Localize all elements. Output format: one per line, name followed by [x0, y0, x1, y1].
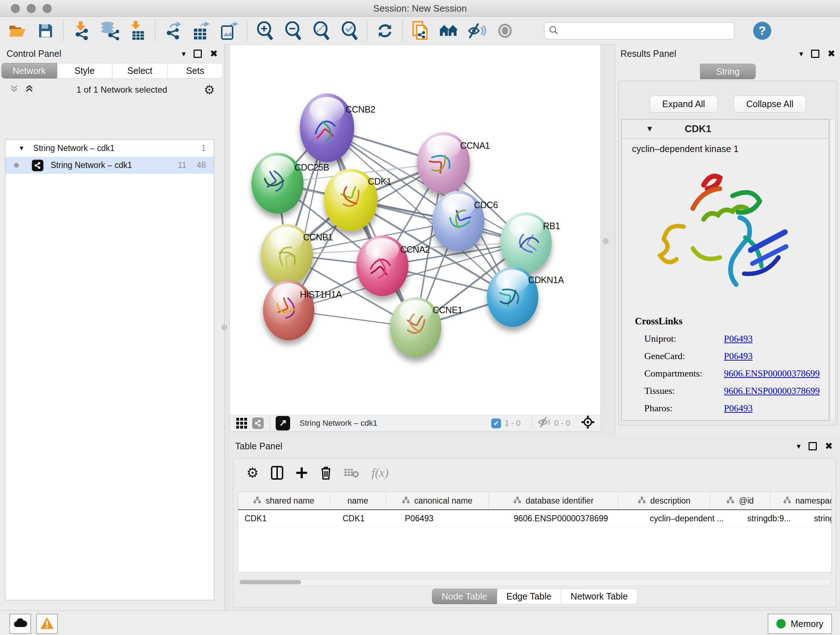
- crosslink-link[interactable]: P06493: [724, 403, 752, 414]
- delete-table-icon[interactable]: [344, 467, 359, 478]
- tab-node-table[interactable]: Node Table: [432, 589, 497, 604]
- node-label-CCNB1: CCNB1: [303, 232, 333, 242]
- create-column-icon[interactable]: [295, 467, 308, 479]
- tab-edge-table[interactable]: Edge Table: [497, 589, 561, 604]
- crosslink-link[interactable]: 9606.ENSP00000378699: [724, 368, 820, 379]
- crosslink-link[interactable]: 9606.ENSP00000378699: [724, 386, 820, 396]
- collapse-all-networks-icon[interactable]: [9, 84, 19, 96]
- node-label-CDC25B: CDC25B: [294, 162, 329, 173]
- column-header-canonical-name[interactable]: canonical name: [386, 492, 489, 509]
- import-table-button[interactable]: [128, 21, 147, 40]
- table-cell[interactable]: CDK1: [238, 510, 336, 527]
- right-splitter-handle[interactable]: [603, 238, 608, 244]
- export-image-button[interactable]: [220, 21, 239, 40]
- sort-tree-icon: [402, 496, 410, 506]
- zoom-out-button[interactable]: [284, 21, 302, 40]
- network-status-dot: [14, 163, 19, 168]
- tab-network[interactable]: Network: [2, 63, 57, 79]
- detach-view-icon[interactable]: ↗: [276, 416, 290, 431]
- show-columns-icon[interactable]: [271, 466, 283, 480]
- table-cell[interactable]: stringdb: [807, 510, 832, 527]
- collapse-all-button[interactable]: Collapse All: [734, 96, 806, 112]
- results-scrollbar[interactable]: [830, 119, 836, 421]
- import-network-button[interactable]: [72, 21, 90, 40]
- function-builder-icon[interactable]: f(x): [371, 466, 388, 480]
- node-label-CCNE1: CCNE1: [433, 305, 462, 315]
- main-toolbar: ?: [0, 17, 840, 45]
- tab-style[interactable]: Style: [57, 63, 112, 79]
- column-header-description[interactable]: description: [619, 492, 710, 509]
- clone-network-button[interactable]: [411, 21, 430, 40]
- tab-network-table[interactable]: Network Table: [561, 589, 638, 604]
- column-header-database-identifier[interactable]: database identifier: [489, 492, 619, 509]
- tab-sets[interactable]: Sets: [168, 63, 223, 79]
- selected-checkbox-icon[interactable]: ✔: [491, 418, 501, 428]
- results-close-icon[interactable]: ✖: [827, 48, 835, 59]
- export-table-button[interactable]: [192, 21, 210, 40]
- grid-view-icon[interactable]: [236, 418, 247, 429]
- window-title: Session: New Session: [0, 3, 840, 14]
- gear-icon[interactable]: ⚙: [204, 84, 215, 96]
- table-cell[interactable]: P06493: [398, 510, 507, 527]
- zoom-selected-button[interactable]: [340, 21, 359, 40]
- table-close-icon[interactable]: ✖: [825, 440, 833, 452]
- sort-tree-icon: [783, 496, 791, 506]
- tab-string[interactable]: String: [700, 64, 756, 79]
- table-cell[interactable]: cyclin–dependent ...: [643, 510, 741, 527]
- table-cell[interactable]: CDK1: [336, 510, 398, 527]
- hide-selected-button[interactable]: [467, 21, 486, 40]
- import-network-from-database-button[interactable]: [100, 21, 118, 40]
- panel-float-icon[interactable]: [194, 50, 202, 58]
- warnings-button[interactable]: [36, 614, 58, 634]
- expand-all-button[interactable]: Expand All: [650, 96, 718, 112]
- memory-button[interactable]: Memory: [767, 614, 832, 634]
- column-header-namespace[interactable]: namespace: [771, 492, 832, 509]
- refresh-button[interactable]: [376, 21, 394, 40]
- export-network-button[interactable]: [164, 21, 182, 40]
- table-cell[interactable]: 9606.ENSP00000378699: [507, 510, 643, 527]
- crosslink-link[interactable]: P06493: [724, 333, 752, 344]
- network-row-selected[interactable]: String Network – cdk1 11 48: [5, 157, 214, 174]
- network-collection-row[interactable]: ▼ String Network – cdk1 1: [5, 140, 214, 157]
- panel-close-icon[interactable]: ✖: [210, 48, 218, 59]
- table-row[interactable]: CDK1CDK1P064939606.ENSP00000378699cyclin…: [238, 510, 831, 527]
- expand-all-networks-icon[interactable]: [25, 84, 34, 96]
- network-canvas[interactable]: CCNB2 CCNA1 CDC25B CDK1: [229, 44, 601, 416]
- table-cell[interactable]: stringdb:9...: [741, 510, 807, 527]
- open-session-button[interactable]: [8, 21, 27, 40]
- expander-triangle-icon[interactable]: ▼: [19, 145, 25, 152]
- zoom-in-button[interactable]: [256, 21, 274, 40]
- help-button[interactable]: ?: [753, 22, 771, 40]
- column-header-name[interactable]: name: [330, 492, 386, 509]
- birdseye-toggle-icon[interactable]: [581, 415, 595, 431]
- results-menu-icon[interactable]: ▾: [799, 49, 803, 59]
- results-float-icon[interactable]: [811, 50, 819, 58]
- tab-select[interactable]: Select: [112, 63, 168, 79]
- panel-menu-icon[interactable]: ▾: [182, 49, 186, 59]
- column-header-@id[interactable]: @id: [710, 492, 771, 509]
- cloud-button[interactable]: [9, 614, 31, 634]
- save-session-button[interactable]: [36, 21, 55, 40]
- export-network-icon: [164, 21, 181, 40]
- crosslink-link[interactable]: P06493: [724, 351, 752, 362]
- left-splitter-handle[interactable]: [221, 325, 227, 330]
- delete-column-icon[interactable]: [320, 466, 332, 480]
- search-input[interactable]: [562, 25, 729, 36]
- search-field[interactable]: [544, 22, 734, 40]
- zoom-fit-button[interactable]: [312, 21, 331, 40]
- show-all-button[interactable]: [496, 21, 515, 40]
- window-titlebar: Session: New Session: [0, 0, 840, 17]
- zoom-selected-icon: [341, 21, 358, 40]
- crosslink-row: Pharos:P06493: [635, 403, 829, 414]
- node-CCNB2[interactable]: [300, 93, 354, 162]
- gene-collapse-icon[interactable]: ▼: [646, 124, 654, 134]
- table-float-icon[interactable]: [808, 442, 817, 450]
- first-neighbors-button[interactable]: [439, 21, 458, 40]
- column-header-shared-name[interactable]: shared name: [238, 492, 330, 509]
- table-hscrollbar-thumb[interactable]: [240, 580, 301, 584]
- table-panel: Table Panel ▾ ✖ ⚙ f(x): [229, 436, 840, 610]
- table-menu-icon[interactable]: ▾: [797, 442, 801, 451]
- network-view-icon[interactable]: [252, 417, 264, 429]
- table-gear-icon[interactable]: ⚙: [246, 465, 259, 481]
- table-hscrollbar[interactable]: [238, 579, 832, 586]
